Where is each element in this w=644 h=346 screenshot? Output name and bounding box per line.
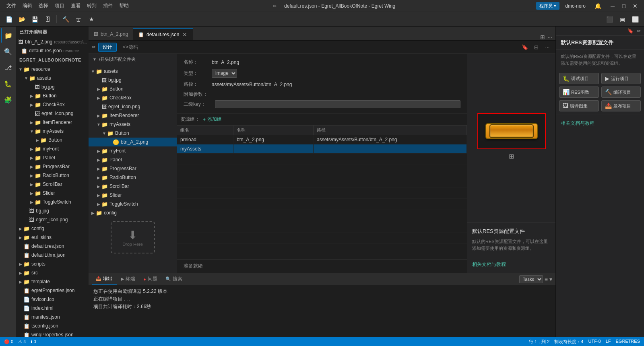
menu-file[interactable]: 文件 [3, 2, 19, 9]
tree-myfont[interactable]: ▶ 📁 myFont [16, 144, 89, 153]
search-tab[interactable]: 🔍 搜索 [161, 273, 186, 285]
tree-panel[interactable]: ▶ 📁 Panel [16, 153, 89, 162]
tree-bg2[interactable]: 🖼 bg.jpg [16, 206, 89, 215]
tree-myassets-button[interactable]: ▶ 📁 Button [16, 136, 89, 144]
prop-type-select[interactable]: image text json sound [212, 69, 237, 78]
res-tree-myassets-button[interactable]: ▼ 📁 Button [89, 129, 177, 138]
res-tree-myassets[interactable]: ▼ 📁 myAssets [89, 120, 177, 129]
edit-icon[interactable]: ✏ [637, 28, 641, 34]
layout-split-button[interactable]: ▣ [617, 14, 628, 25]
res-tree-button[interactable]: ▶ 📁 Button [89, 84, 177, 93]
res-tree-btna2png[interactable]: 🟡 btn_A_2.png [89, 138, 177, 146]
tree-resource[interactable]: ▼ 📁 resource [16, 65, 89, 74]
columns-icon[interactable]: ⊟ [531, 42, 541, 52]
explorer-icon[interactable]: 📁 [1, 28, 15, 43]
new-file-button[interactable]: 📄 [3, 14, 14, 25]
close-button[interactable]: ✕ [630, 0, 641, 12]
res-tree-slider[interactable]: ▶ 📁 Slider [89, 191, 177, 200]
res-tree-toggleswitch[interactable]: ▶ 📁 ToggleSwitch [89, 200, 177, 208]
statusbar-encoding[interactable]: UTF-8 [588, 339, 601, 345]
tree-radiobutton[interactable]: ▶ 📁 RadioButton [16, 171, 89, 180]
statusbar-errors[interactable]: 🔴 0 [4, 339, 13, 344]
statusbar-language[interactable]: EGRETRES [615, 339, 640, 345]
open-file-button[interactable]: 📂 [16, 14, 27, 25]
tree-template[interactable]: ▶ 📁 template [16, 277, 89, 286]
bookmark-icon[interactable]: 🔖 [520, 42, 530, 52]
tree-manifestjson[interactable]: 📋 manifest.json [16, 313, 89, 321]
debug-project-button[interactable]: 🐛 调试项目 [559, 73, 599, 84]
menu-edit[interactable]: 编辑 [19, 2, 35, 9]
prop-second-key-input[interactable] [215, 100, 460, 108]
opened-btn-file[interactable]: 🖼 btn_A_2.png resource\assets\... [16, 37, 89, 46]
table-row[interactable]: preload btn_A_2.png assets/myAssets/Butt… [177, 135, 467, 144]
bookmark-icon[interactable]: 🔖 [627, 28, 634, 34]
res-tree-egreticon[interactable]: 🖼 egret_icon.png [89, 102, 177, 111]
opened-res-file[interactable]: 📋 default.res.json resource [16, 46, 89, 55]
statusbar-info[interactable]: ℹ 0 [31, 339, 36, 344]
tree-defaultthm[interactable]: 📋 default.thm.json [16, 251, 89, 260]
problems-tab[interactable]: ● 问题 [139, 273, 161, 285]
tree-egreticon2[interactable]: 🖼 egret_icon.png [16, 215, 89, 224]
res-tree-bgjpg[interactable]: 🖼 bg.jpg [89, 76, 177, 84]
tasks-select[interactable]: Tasks [519, 275, 543, 283]
res-tree-config[interactable]: ▶ 📁 config [89, 208, 177, 217]
run-project-button[interactable]: ▶ 运行项目 [601, 73, 641, 84]
statusbar-spaces[interactable]: 制表符长度：4 [554, 339, 583, 345]
tree-toggleswitch[interactable]: ▶ 📁 ToggleSwitch [16, 198, 89, 206]
split-editor-icon[interactable]: ⊞ [540, 34, 545, 40]
tab-res-json[interactable]: 📋 default.res.json ✕ [133, 28, 193, 40]
statusbar-warnings[interactable]: ⚠ 4 [18, 339, 26, 344]
tree-button[interactable]: ▶ 📁 Button [16, 91, 89, 100]
compile-atlas-button[interactable]: 🖼 编译图集 [559, 100, 599, 111]
res-tree-myfont[interactable]: ▶ 📁 myFont [89, 146, 177, 155]
add-group-button[interactable]: + 添加组 [203, 116, 222, 123]
debug-icon[interactable]: 🐛 [1, 76, 15, 91]
tree-tsconfig[interactable]: 📋 tsconfig.json [16, 321, 89, 330]
more-icon[interactable]: ··· [543, 42, 552, 52]
res-tree-assets[interactable]: ▼ 📁 assets [89, 67, 177, 76]
res-tree-progressbar[interactable]: ▶ 📁 ProgressBar [89, 164, 177, 173]
tree-wingprops[interactable]: 📋 wingProperties.json [16, 330, 89, 337]
tree-assets[interactable]: ▼ 📁 assets [16, 74, 89, 82]
tree-bgjpg[interactable]: 🖼 bg.jpg [16, 82, 89, 91]
save-all-button[interactable]: 🗄 [42, 14, 53, 25]
tree-defaultres[interactable]: 📋 default.res.json [16, 242, 89, 251]
compile-project-button[interactable]: 🔨 编译项目 [601, 86, 641, 98]
extensions-icon[interactable]: 🧩 [1, 93, 15, 107]
tree-myassets[interactable]: ▼ 📁 myAssets [16, 127, 89, 136]
notification-icon[interactable]: 🔔 [591, 3, 605, 9]
tree-indexhtml[interactable]: 📄 index.html [16, 304, 89, 313]
star-button[interactable]: ★ [86, 14, 97, 25]
menu-select[interactable]: 选择 [35, 2, 52, 9]
tree-checkbox[interactable]: ▶ 📁 CheckBox [16, 100, 89, 109]
menu-plugin[interactable]: 插件 [100, 2, 116, 9]
tree-slider[interactable]: ▶ 📁 Slider [16, 189, 89, 198]
build-button[interactable]: 🔨 [60, 14, 71, 25]
output-tab[interactable]: 📤 输出 [92, 273, 117, 285]
res-tree-panel[interactable]: ▶ 📁 Panel [89, 155, 177, 164]
save-button[interactable]: 💾 [29, 14, 40, 25]
tab-close-button[interactable]: ✕ [182, 31, 188, 38]
search-icon[interactable]: 🔍 [1, 44, 15, 59]
layout-sidebar-button[interactable]: ⬛ [604, 14, 615, 25]
tree-itemrenderer[interactable]: ▶ 📁 ItemRenderer [16, 118, 89, 127]
tree-eui-skins[interactable]: ▶ 📁 eui_skins [16, 233, 89, 242]
maximize-button[interactable]: □ [618, 0, 630, 12]
statusbar-position[interactable]: 行 1，列 2 [529, 339, 549, 345]
res-tree-scrollbar[interactable]: ▶ 📁 ScrollBar [89, 182, 177, 191]
more-actions-icon[interactable]: ··· [547, 34, 552, 40]
menu-view[interactable]: 查看 [68, 2, 84, 9]
design-tab[interactable]: 设计 [98, 43, 117, 52]
menu-project[interactable]: 项目 [52, 2, 68, 9]
tree-egretprops[interactable]: 📋 egretProperties.json [16, 286, 89, 295]
user-role-button[interactable]: 程序员 ▾ [536, 2, 559, 10]
table-row[interactable]: myAssets [177, 144, 467, 154]
grid-icon[interactable]: ⊞ [506, 149, 517, 163]
res-tree-radiobutton[interactable]: ▶ 📁 RadioButton [89, 173, 177, 182]
res-tree-itemrenderer[interactable]: ▶ 📁 ItemRenderer [89, 111, 177, 120]
statusbar-eol[interactable]: LF [606, 339, 611, 345]
clean-button[interactable]: 🗑 [73, 14, 84, 25]
tab-btn-png[interactable]: 🖼 btn_A_2.png [89, 28, 133, 40]
menu-help[interactable]: 帮助 [116, 2, 132, 9]
menu-goto[interactable]: 转到 [84, 2, 100, 9]
